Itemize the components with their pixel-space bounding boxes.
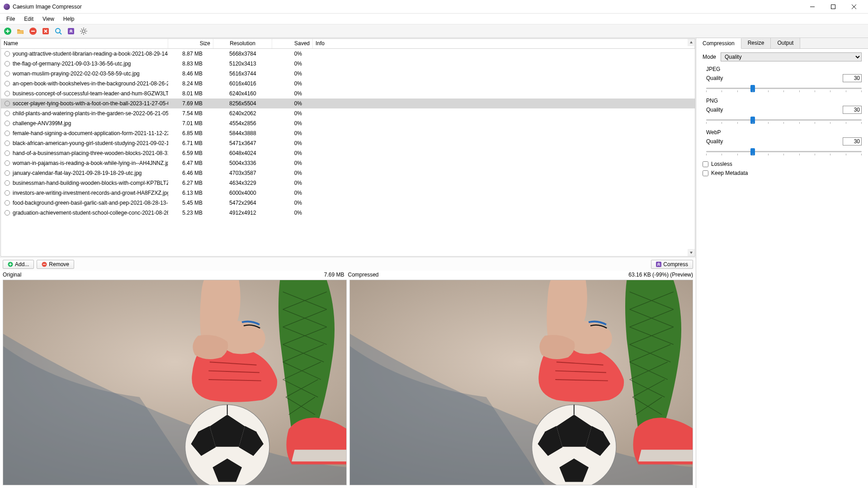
column-size[interactable]: Size <box>168 39 213 48</box>
file-size: 7.69 MB <box>168 100 213 107</box>
tab-resize[interactable]: Resize <box>741 38 771 48</box>
jpeg-quality-input[interactable] <box>843 74 862 82</box>
tab-compression[interactable]: Compression <box>696 38 741 49</box>
table-row[interactable]: the-flag-of-germany-2021-09-03-13-36-56-… <box>1 59 695 69</box>
table-row[interactable]: graduation-achievement-student-school-co… <box>1 208 695 218</box>
compress-button-label: Compress <box>663 261 688 267</box>
file-saved: 0% <box>272 90 313 97</box>
column-saved[interactable]: Saved <box>272 39 313 48</box>
mode-select[interactable]: Quality <box>721 52 862 61</box>
webp-quality-label: Quality <box>706 138 727 145</box>
menu-edit[interactable]: Edit <box>19 14 38 23</box>
table-row[interactable]: black-african-american-young-girl-studen… <box>1 138 695 148</box>
status-icon <box>5 71 10 76</box>
menu-help[interactable]: Help <box>59 14 79 23</box>
remove-icon[interactable] <box>28 26 38 36</box>
app-title: Caesium Image Compressor <box>13 4 82 10</box>
table-row[interactable]: challenge-ANV399M.jpg7.01 MB4554x28560% <box>1 118 695 128</box>
file-name: woman-in-pajamas-is-reading-a-book-while… <box>13 160 168 166</box>
file-name: january-calendar-flat-lay-2021-09-28-19-… <box>13 170 142 176</box>
table-row[interactable]: businessman-hand-building-wooden-blocks-… <box>1 178 695 188</box>
png-quality-input[interactable] <box>843 106 862 114</box>
add-icon[interactable] <box>3 26 13 36</box>
status-icon <box>5 210 10 216</box>
file-resolution: 4554x2856 <box>213 120 272 127</box>
webp-quality-slider[interactable] <box>706 148 862 156</box>
file-name: food-background-green-basil-garlic-salt-… <box>13 200 168 206</box>
file-size: 6.85 MB <box>168 130 213 136</box>
scroll-down-icon[interactable] <box>688 249 695 256</box>
status-icon <box>5 81 10 86</box>
left-pane: Name Size Resolution Saved Info young-at… <box>0 38 696 488</box>
file-saved: 0% <box>272 51 313 57</box>
keep-metadata-label: Keep Metadata <box>711 170 748 176</box>
file-size: 5.45 MB <box>168 200 213 206</box>
status-icon <box>5 150 10 156</box>
png-quality-label: Quality <box>706 107 727 113</box>
close-button[interactable] <box>844 0 864 13</box>
status-icon <box>5 121 10 126</box>
webp-quality-input[interactable] <box>843 137 862 145</box>
table-row[interactable]: child-plants-and-watering-plants-in-the-… <box>1 108 695 118</box>
column-info[interactable]: Info <box>313 39 695 48</box>
png-quality-slider[interactable] <box>706 117 862 125</box>
jpeg-quality-slider[interactable] <box>706 85 862 93</box>
maximize-button[interactable] <box>823 0 844 13</box>
table-row[interactable]: food-background-green-basil-garlic-salt-… <box>1 198 695 208</box>
file-table: Name Size Resolution Saved Info young-at… <box>1 39 695 256</box>
column-resolution[interactable]: Resolution <box>213 39 272 48</box>
minimize-button[interactable] <box>802 0 823 13</box>
file-size: 8.83 MB <box>168 61 213 67</box>
column-name[interactable]: Name <box>1 39 168 48</box>
clear-icon[interactable] <box>41 26 51 36</box>
table-row[interactable]: january-calendar-flat-lay-2021-09-28-19-… <box>1 168 695 178</box>
bottom-button-bar: Add... Remove Compress <box>0 257 696 271</box>
menu-view[interactable]: View <box>38 14 59 23</box>
file-resolution: 6016x4016 <box>213 80 272 87</box>
table-row[interactable]: female-hand-signing-a-document-applicati… <box>1 128 695 138</box>
file-size: 8.87 MB <box>168 51 213 57</box>
file-saved: 0% <box>272 110 313 117</box>
app-icon <box>4 4 10 10</box>
file-name: businessman-hand-building-wooden-blocks-… <box>13 180 168 186</box>
keep-metadata-checkbox[interactable] <box>703 170 708 176</box>
compress-icon[interactable] <box>66 26 76 36</box>
original-preview[interactable] <box>3 280 347 485</box>
svg-line-13 <box>60 33 61 34</box>
file-resolution: 5471x3647 <box>213 140 272 146</box>
table-row[interactable]: hand-of-a-businessman-placing-three-wood… <box>1 148 695 158</box>
file-rows[interactable]: young-attractive-student-librarian-readi… <box>1 49 695 256</box>
compress-button[interactable]: Compress <box>651 260 693 269</box>
table-row[interactable]: an-open-book-with-bookshelves-in-the-bac… <box>1 79 695 89</box>
menu-file[interactable]: File <box>2 14 19 23</box>
lossless-checkbox[interactable] <box>703 161 708 167</box>
lossless-label: Lossless <box>711 161 732 167</box>
open-folder-icon[interactable] <box>15 26 25 36</box>
add-button-label: Add... <box>15 261 29 267</box>
compressed-size-info: 63.16 KB (-99%) (Preview) <box>628 272 693 279</box>
remove-button[interactable]: Remove <box>37 260 74 269</box>
table-row[interactable]: investors-are-writing-investment-records… <box>1 188 695 198</box>
table-row[interactable]: young-attractive-student-librarian-readi… <box>1 49 695 59</box>
file-header: Name Size Resolution Saved Info <box>1 39 695 49</box>
tab-output[interactable]: Output <box>771 38 800 48</box>
scroll-up-icon[interactable] <box>688 39 695 46</box>
table-row[interactable]: business-concept-of-successful-team-lead… <box>1 89 695 99</box>
file-saved: 0% <box>272 160 313 166</box>
add-button[interactable]: Add... <box>3 260 34 269</box>
file-name: challenge-ANV399M.jpg <box>13 120 71 127</box>
settings-icon[interactable] <box>79 26 89 36</box>
file-resolution: 4703x3587 <box>213 170 272 176</box>
file-name: the-flag-of-germany-2021-09-03-13-36-56-… <box>13 61 131 67</box>
table-row[interactable]: woman-muslim-praying-2022-02-02-03-58-59… <box>1 69 695 79</box>
table-row[interactable]: woman-in-pajamas-is-reading-a-book-while… <box>1 158 695 168</box>
table-row[interactable]: soccer-player-tying-boots-with-a-foot-on… <box>1 99 695 108</box>
file-name: black-african-american-young-girl-studen… <box>13 140 168 146</box>
file-name: graduation-achievement-student-school-co… <box>13 210 168 216</box>
compressed-preview[interactable] <box>349 280 693 485</box>
file-size: 8.01 MB <box>168 90 213 97</box>
jpeg-quality-label: Quality <box>706 75 727 81</box>
svg-line-21 <box>85 33 86 33</box>
preview-icon[interactable] <box>53 26 63 36</box>
file-size: 6.27 MB <box>168 180 213 186</box>
